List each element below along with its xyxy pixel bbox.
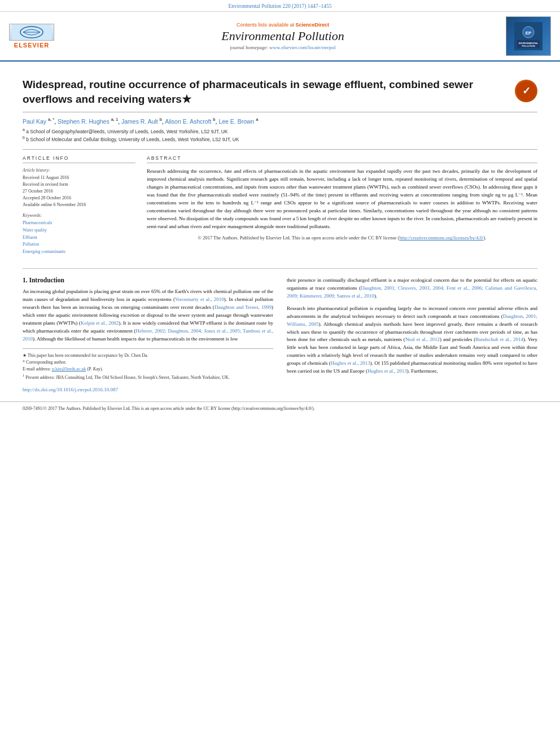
- authors-line: Paul Kay a, *, Stephen R. Hughes a, 1, J…: [23, 117, 537, 125]
- keywords-label: Keywords:: [23, 213, 135, 218]
- footnote-address: 1 Present address: JBA Consulting Ltd, T…: [23, 373, 273, 381]
- citation-text: Environmental Pollution 220 (2017) 1447–…: [228, 3, 331, 9]
- svg-text:EP: EP: [526, 30, 532, 36]
- doi-link[interactable]: http://dx.doi.org/10.1016/j.envpol.2016.…: [23, 387, 537, 392]
- elsevier-logo: ELSEVIER: [9, 24, 54, 49]
- footnote-email: E-mail address: p.kay@leeds.ac.uk (P. Ka…: [23, 366, 273, 373]
- body-content: 1. Introduction An increasing global pop…: [23, 277, 537, 381]
- bottom-bar: 0269-7491/© 2017 The Authors. Published …: [0, 401, 560, 416]
- ref-kolpin[interactable]: Kolpin et al., 2002: [81, 320, 119, 326]
- cc-by-link[interactable]: http://creativecommons.org/licenses/by/4…: [399, 235, 483, 241]
- keywords-group: Keywords: Pharmaceuticals Water quality …: [23, 213, 135, 256]
- main-content: Widespread, routine occurrence of pharma…: [0, 62, 560, 401]
- email-link[interactable]: p.kay@leeds.ac.uk: [52, 366, 86, 372]
- available-online-date: Available online 6 November 2016: [23, 202, 135, 208]
- author-paul-kay[interactable]: Paul Kay: [23, 118, 46, 125]
- journal-badge-area: EP ENVIRONMENTAL POLLUTION: [500, 16, 551, 56]
- ref-bundschuh[interactable]: Bundschuh et al., 2014: [475, 337, 523, 342]
- author-stephen-hughes[interactable]: Stephen R. Hughes: [58, 118, 110, 125]
- body-left: 1. Introduction An increasing global pop…: [23, 277, 273, 381]
- author-alison-ashcroft[interactable]: Alison E. Ashcroft: [165, 118, 211, 125]
- journal-citation: Environmental Pollution 220 (2017) 1447–…: [0, 0, 560, 12]
- affiliation-a: a a School of Geography/water@leeds, Uni…: [23, 127, 537, 136]
- ref-daughton-ternes[interactable]: Daughton and Ternes, 1999: [215, 304, 272, 310]
- journal-header: ELSEVIER Contents lists available at Sci…: [0, 12, 560, 62]
- ref-vorosmarty[interactable]: Vorosmarty et al., 2010: [175, 296, 224, 302]
- footnote-star: * Corresponding author.: [23, 359, 273, 366]
- ref-hughes-2013b[interactable]: Hughes et al., 2013: [368, 368, 407, 374]
- keyword-pollution: Pollution: [23, 241, 135, 248]
- received-revised-label: Received in revised form: [23, 181, 135, 188]
- body-right: their presence in continually discharged…: [287, 277, 537, 381]
- abstract-label: ABSTRACT: [147, 155, 537, 163]
- ref-daughton-williams[interactable]: Daughton, 2001; Williams, 2005: [287, 313, 537, 327]
- article-info-abstract: ARTICLE INFO Article history: Received 1…: [23, 149, 537, 260]
- journal-homepage: journal homepage: www.elsevier.com/locat…: [65, 45, 500, 50]
- footnote-1: ★ This paper has been recommended for ac…: [23, 352, 273, 359]
- article-history: Article history: Received 11 August 2016…: [23, 168, 135, 208]
- accepted-date: Accepted 28 October 2016: [23, 195, 135, 202]
- article-info-column: ARTICLE INFO Article history: Received 1…: [23, 155, 135, 260]
- crossmark-badge[interactable]: ✓: [515, 80, 537, 102]
- intro-para2: their presence in continually discharged…: [287, 277, 537, 300]
- affiliations: a a School of Geography/water@leeds, Uni…: [23, 127, 537, 143]
- abstract-column: ABSTRACT Research addressing the occurre…: [147, 155, 537, 260]
- sciencedirect-link[interactable]: ScienceDirect: [295, 22, 329, 28]
- copyright-line: © 2017 The Authors. Published by Elsevie…: [147, 235, 537, 241]
- ref-hughes-2013[interactable]: Hughes et al., 2013: [331, 360, 370, 366]
- received-revised-date: 27 October 2016: [23, 188, 135, 195]
- journal-name: Environmental Pollution: [65, 29, 500, 43]
- article-title-section: Widespread, routine occurrence of pharma…: [23, 68, 537, 112]
- author-james-ault[interactable]: James R. Ault: [121, 118, 158, 125]
- keyword-effluent: Effluent: [23, 234, 135, 242]
- history-label: Article history:: [23, 168, 135, 173]
- author-lee-brown[interactable]: Lee E. Brown: [218, 118, 254, 125]
- journal-title-area: Contents lists available at ScienceDirec…: [65, 22, 500, 50]
- publisher-logo-area: ELSEVIER: [9, 24, 65, 49]
- issn-text: 0269-7491/© 2017 The Authors. Published …: [23, 405, 315, 412]
- elsevier-image: [9, 24, 54, 41]
- footnotes: ★ This paper has been recommended for ac…: [23, 348, 273, 381]
- ref-daughton-2001[interactable]: Daughton, 2001; Cleuvers, 2003, 2004; Fe…: [287, 285, 537, 299]
- elsevier-name: ELSEVIER: [14, 42, 49, 49]
- abstract-text: Research addressing the occurrence, fate…: [147, 168, 537, 231]
- intro-para3: Research into pharmaceutical pollution i…: [287, 305, 537, 375]
- affiliation-b: b b School of Molecular and Cellular Bio…: [23, 135, 537, 143]
- article-info-label: ARTICLE INFO: [23, 155, 135, 163]
- ref-neal[interactable]: Neal et al., 2012: [405, 337, 440, 342]
- section-divider: [23, 268, 537, 269]
- svg-text:✓: ✓: [522, 85, 531, 97]
- intro-heading: 1. Introduction: [23, 277, 273, 283]
- received-date: Received 11 August 2016: [23, 174, 135, 181]
- article-title: Widespread, routine occurrence of pharma…: [23, 77, 515, 106]
- svg-text:POLLUTION: POLLUTION: [522, 45, 535, 47]
- sciencedirect-line: Contents lists available at ScienceDirec…: [65, 22, 500, 28]
- intro-para1: An increasing global population is placi…: [23, 288, 273, 343]
- ref-heberer[interactable]: Heberer, 2002; Daughton, 2004; Jones et …: [23, 328, 273, 342]
- keyword-pharmaceuticals: Pharmaceuticals: [23, 220, 135, 227]
- keyword-water-quality: Water quality: [23, 227, 135, 234]
- homepage-link[interactable]: www.elsevier.com/locate/envpol: [269, 45, 335, 50]
- keyword-emerging-contaminants: Emerging contaminants: [23, 248, 135, 256]
- journal-badge: EP ENVIRONMENTAL POLLUTION: [506, 16, 551, 56]
